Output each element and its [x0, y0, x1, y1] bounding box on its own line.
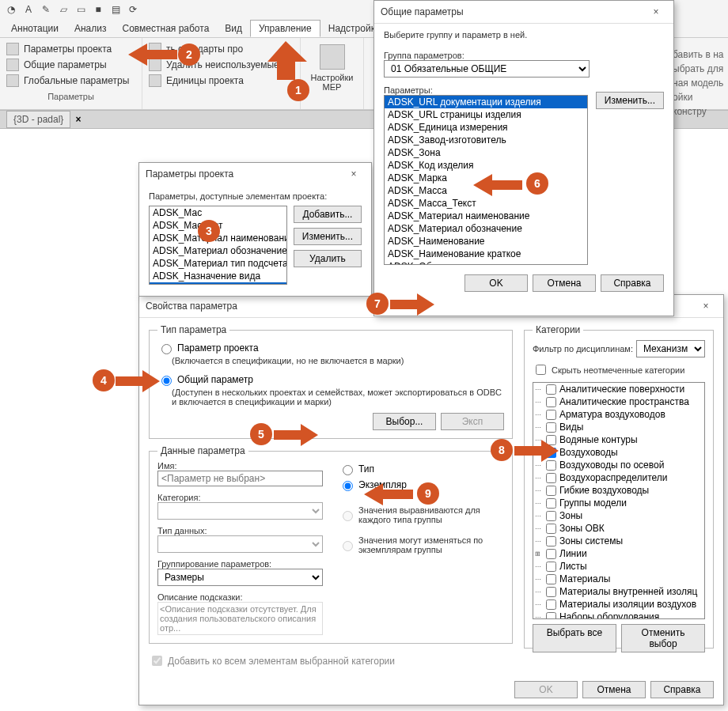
qat-icon[interactable]: ✎ — [40, 3, 52, 16]
qat-icon[interactable]: ▤ — [109, 3, 122, 16]
grouping-select[interactable]: Размеры — [157, 569, 323, 586]
arrow-icon — [390, 293, 434, 316]
name-input[interactable] — [157, 471, 323, 486]
list-item[interactable]: ADSK_Материал тип подсчета — [150, 257, 286, 270]
categories-tree[interactable]: ⋯Аналитические поверхности⋯Аналитические… — [533, 382, 705, 619]
qat-icon[interactable]: ▱ — [57, 3, 70, 16]
dialog-title: Общие параметры — [381, 6, 464, 17]
tree-item[interactable]: ⋯Арматура воздуховодов — [533, 408, 704, 421]
check-add-all[interactable]: Добавить ко всем элементам выбранной кат… — [149, 652, 513, 670]
dialog-project-parameters: Параметры проекта × Параметры, доступные… — [138, 162, 372, 297]
list-item[interactable]: ADSK_Назначение вида — [150, 270, 286, 282]
list-item[interactable]: ADSK_Завод-изготовитель — [385, 134, 587, 146]
select-button[interactable]: Выбор... — [373, 413, 436, 430]
qat-icon[interactable]: ◔ — [5, 3, 17, 16]
delete-button[interactable]: Удалить — [294, 250, 362, 267]
tree-item[interactable]: ⋯Воздуховоды по осевой — [533, 459, 704, 471]
edit-button[interactable]: Изменить... — [596, 92, 664, 109]
help-button[interactable]: Справка — [601, 274, 664, 292]
panel-parameters: Параметры проекта Общие параметры Глобал… — [0, 38, 142, 109]
project-parameters-button[interactable]: Параметры проекта — [6, 41, 135, 57]
tree-item[interactable]: ⋯Материалы изоляции воздухов — [533, 598, 704, 611]
list-item[interactable]: ADSK_Наименование краткое — [385, 248, 587, 260]
list-item[interactable]: ADSK_Обозначение — [385, 260, 587, 265]
arrow-icon — [116, 370, 160, 392]
group-param-type: Тип параметра Параметр проекта (Включает… — [149, 324, 513, 439]
list-item[interactable]: ADSK_Материал обозначение — [385, 222, 587, 235]
list-item[interactable]: ADSK_Зона — [385, 146, 587, 159]
list-item[interactable]: ADSK_Наименование — [150, 282, 286, 285]
close-icon[interactable]: × — [343, 166, 365, 182]
cancel-button[interactable]: Отмена — [582, 681, 646, 698]
qat-icon[interactable]: A — [22, 3, 35, 16]
close-icon[interactable]: × — [645, 4, 667, 20]
export-button[interactable]: Эксп — [441, 413, 504, 430]
mep-icon[interactable] — [320, 44, 345, 70]
arrow-icon — [274, 424, 318, 446]
list-item[interactable]: ADSK_Код изделия — [385, 159, 587, 172]
qat-icon[interactable]: ⟳ — [127, 3, 139, 16]
badge-8: 8 — [491, 439, 513, 461]
tree-item[interactable]: ⋯Водяные контуры — [533, 433, 704, 446]
category-select[interactable] — [157, 502, 323, 520]
arrow-icon — [514, 440, 559, 462]
help-button[interactable]: Справка — [650, 681, 714, 698]
dialog-title: Параметры проекта — [146, 168, 233, 180]
tree-item[interactable]: ⋯Зоны системы — [533, 535, 704, 547]
tree-item[interactable]: ⋯Аналитические пространства — [533, 395, 704, 408]
deselect-all-button[interactable]: Отменить выбор — [621, 624, 705, 652]
list-item[interactable]: ADSK_Масса_Текст — [385, 197, 587, 210]
tree-item[interactable]: ⋯Гибкие воздуховоды — [533, 484, 704, 497]
tree-item[interactable]: ⋯Листы — [533, 560, 704, 573]
tree-item[interactable]: ⋯Зоны ОВК — [533, 522, 704, 535]
global-parameters-button[interactable]: Глобальные параметры — [6, 73, 135, 89]
dialog-shared-parameters: Общие параметры × Выберите группу и пара… — [373, 0, 674, 316]
ribbon-tab[interactable]: Аннотации — [3, 21, 66, 36]
close-tab-icon[interactable]: × — [75, 114, 81, 125]
arrow-icon — [128, 43, 177, 66]
tree-item[interactable]: ⋯Воздуховоды — [533, 446, 704, 459]
qat-icon[interactable]: ▭ — [74, 3, 87, 16]
radio-type[interactable]: Тип — [339, 461, 504, 477]
radio-vary: Значения могут изменяться по экземплярам… — [339, 534, 504, 556]
svg-marker-0 — [267, 41, 307, 80]
cancel-button[interactable]: Отмена — [533, 274, 596, 292]
tree-item[interactable]: ⋯Группы модели — [533, 497, 704, 509]
tree-item[interactable]: ⋯Зоны — [533, 509, 704, 522]
edit-button[interactable]: Изменить... — [294, 228, 362, 245]
ribbon-tab[interactable]: Управление — [250, 20, 320, 37]
tree-item[interactable]: ⊞Линии — [533, 547, 704, 560]
add-button[interactable]: Добавить... — [294, 206, 362, 223]
qat-icon[interactable]: ■ — [92, 3, 104, 16]
select-all-button[interactable]: Выбрать все — [533, 624, 616, 652]
list-item[interactable]: ADSK_Материал обозначение — [150, 244, 286, 257]
list-item[interactable]: ADSK_Наименование — [385, 235, 587, 248]
shared-parameters-button[interactable]: Общие параметры — [6, 57, 135, 73]
close-icon[interactable]: × — [695, 298, 717, 314]
ribbon-tab[interactable]: Вид — [217, 21, 250, 36]
tree-item[interactable]: ⋯Виды — [533, 421, 704, 433]
tree-item[interactable]: ⋯Материалы внутренней изоляц — [533, 585, 704, 598]
tree-item[interactable]: ⋯Материалы — [533, 573, 704, 585]
document-tab[interactable]: {3D - padal} — [6, 111, 70, 128]
tree-item[interactable]: ⋯Аналитические поверхности — [533, 383, 704, 395]
radio-shared-param[interactable]: Общий параметр — [157, 372, 504, 388]
list-item[interactable]: ADSK_Мас — [150, 206, 286, 219]
list-item[interactable]: ADSK_Материал наименование — [385, 210, 587, 222]
list-item[interactable]: ADSK_URL страницы изделия — [385, 108, 587, 121]
tree-item[interactable]: ⋯Воздухораспределители — [533, 471, 704, 484]
ok-button[interactable]: OK — [464, 274, 528, 292]
tree-item[interactable]: ⋯Наборы оборудования — [533, 611, 704, 619]
project-params-list[interactable]: ADSK_МасADSK_Масс кстADSK_Материал наиме… — [149, 206, 287, 285]
list-item[interactable]: ADSK_Единица измерения — [385, 121, 587, 134]
ribbon-tab[interactable]: Анализ — [66, 21, 115, 36]
check-hide-unchecked[interactable]: Скрыть неотмеченные категории — [533, 361, 705, 379]
list-item[interactable]: ADSK_URL документации изделия — [385, 96, 587, 108]
ribbon-tab[interactable]: Совместная работа — [115, 21, 218, 36]
radio-project-param[interactable]: Параметр проекта — [157, 340, 504, 356]
datatype-select[interactable] — [157, 535, 323, 553]
ok-button[interactable]: OK — [514, 681, 578, 698]
group-select[interactable]: 01 Обязательные ОБЩИЕ — [384, 60, 590, 78]
gear-icon — [6, 74, 19, 87]
discipline-filter[interactable]: Механизм — [636, 340, 705, 357]
